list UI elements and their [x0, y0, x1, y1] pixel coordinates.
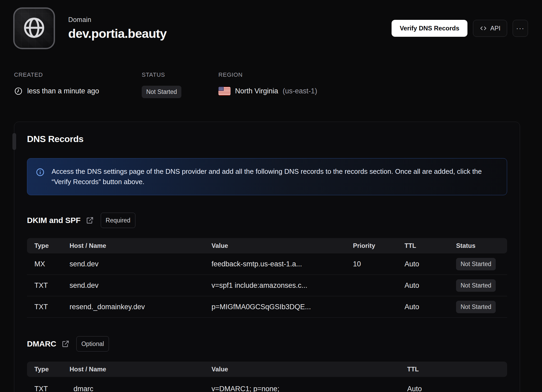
table-row: MX send.dev feedback-smtp.us-east-1.a...… [27, 253, 507, 275]
cell-ttl: Auto [405, 303, 456, 311]
us-flag-icon [218, 87, 231, 95]
cell-value: v=DMARC1; p=none; [212, 385, 407, 392]
col-host: Host / Name [70, 366, 212, 373]
dns-info-banner: Access the DNS settings page of the DNS … [27, 158, 507, 195]
row-status-badge: Not Started [456, 258, 496, 270]
dkim-spf-table: Type Host / Name Value Priority TTL Stat… [27, 238, 507, 318]
region-block: REGION [218, 71, 528, 98]
dmarc-heading: DMARC Optional [27, 336, 507, 352]
api-button[interactable]: API [473, 20, 507, 37]
dmarc-table: Type Host / Name Value TTL TXT _dmarc v=… [27, 362, 507, 392]
cell-value: v=spf1 include:amazonses.c... [212, 281, 353, 290]
col-host: Host / Name [70, 242, 212, 249]
region-code: (us-east-1) [283, 87, 317, 95]
created-block: CREATED less than a minute ago [14, 71, 142, 98]
cell-type: TXT [34, 303, 70, 311]
code-icon [480, 25, 487, 32]
cell-value: feedback-smtp.us-east-1.a... [212, 260, 353, 268]
table-row: TXT resend._domainkey.dev p=MIGfMA0GCSqG… [27, 296, 507, 318]
cell-host: resend._domainkey.dev [70, 303, 212, 311]
cell-ttl: Auto [405, 281, 456, 290]
title-block: Domain dev.portia.beauty [68, 16, 392, 41]
cell-type: MX [34, 260, 70, 268]
dmarc-title: DMARC [27, 339, 56, 349]
table-header-row: Type Host / Name Value TTL [27, 362, 507, 377]
col-ttl: TTL [407, 366, 507, 373]
dns-info-text: Access the DNS settings page of the DNS … [52, 166, 485, 187]
col-value: Value [212, 242, 353, 249]
info-icon [36, 166, 45, 178]
domain-meta: CREATED less than a minute ago STATUS No… [14, 71, 528, 98]
optional-badge: Optional [76, 336, 109, 352]
cell-type: TXT [34, 281, 70, 290]
table-header-row: Type Host / Name Value Priority TTL Stat… [27, 238, 507, 253]
col-priority: Priority [353, 242, 405, 249]
col-type: Type [34, 242, 70, 249]
col-type: Type [34, 366, 70, 373]
status-badge: Not Started [142, 86, 181, 98]
dns-records-card: DNS Records Access the DNS settings page… [14, 122, 520, 392]
domain-detail-page: Domain dev.portia.beauty Verify DNS Reco… [0, 0, 542, 392]
cell-priority: 10 [353, 260, 405, 268]
dkim-spf-heading: DKIM and SPF Required [27, 213, 507, 228]
row-status-badge: Not Started [456, 279, 496, 292]
table-row: TXT _dmarc v=DMARC1; p=none; Auto [27, 377, 507, 392]
cell-ttl: Auto [405, 260, 456, 268]
created-label: CREATED [14, 71, 142, 78]
clock-icon [14, 87, 23, 95]
col-value: Value [212, 366, 407, 373]
page-title: dev.portia.beauty [68, 26, 392, 41]
status-block: STATUS Not Started [142, 71, 218, 98]
table-row: TXT send.dev v=spf1 include:amazonses.c.… [27, 275, 507, 296]
api-button-label: API [490, 25, 500, 32]
card-notch [12, 133, 16, 150]
dns-records-title: DNS Records [27, 134, 507, 144]
header-actions: Verify DNS Records API ··· [392, 20, 528, 37]
globe-icon [22, 16, 46, 41]
created-value: less than a minute ago [27, 87, 99, 95]
region-value: North Virginia [235, 87, 278, 95]
table-body: TXT _dmarc v=DMARC1; p=none; Auto [27, 377, 507, 392]
entity-type-label: Domain [68, 16, 392, 24]
cell-host: send.dev [70, 281, 212, 290]
required-badge: Required [101, 213, 135, 228]
cell-value: p=MIGfMA0GCSqGSIb3DQE... [212, 303, 353, 311]
row-status-badge: Not Started [456, 301, 496, 313]
region-label: REGION [218, 71, 528, 78]
external-link-icon[interactable] [62, 340, 70, 348]
more-options-button[interactable]: ··· [513, 20, 528, 37]
verify-dns-records-button[interactable]: Verify DNS Records [392, 20, 467, 37]
cell-host: send.dev [70, 260, 212, 268]
status-label: STATUS [142, 71, 218, 78]
cell-ttl: Auto [407, 385, 507, 392]
external-link-icon[interactable] [86, 216, 94, 224]
page-header: Domain dev.portia.beauty Verify DNS Reco… [13, 7, 528, 49]
table-body: MX send.dev feedback-smtp.us-east-1.a...… [27, 253, 507, 318]
domain-avatar [13, 7, 55, 49]
cell-type: TXT [34, 385, 70, 392]
col-status: Status [456, 242, 507, 249]
ellipsis-icon: ··· [516, 24, 525, 33]
col-ttl: TTL [405, 242, 456, 249]
dkim-spf-title: DKIM and SPF [27, 215, 81, 226]
cell-host: _dmarc [70, 385, 212, 392]
